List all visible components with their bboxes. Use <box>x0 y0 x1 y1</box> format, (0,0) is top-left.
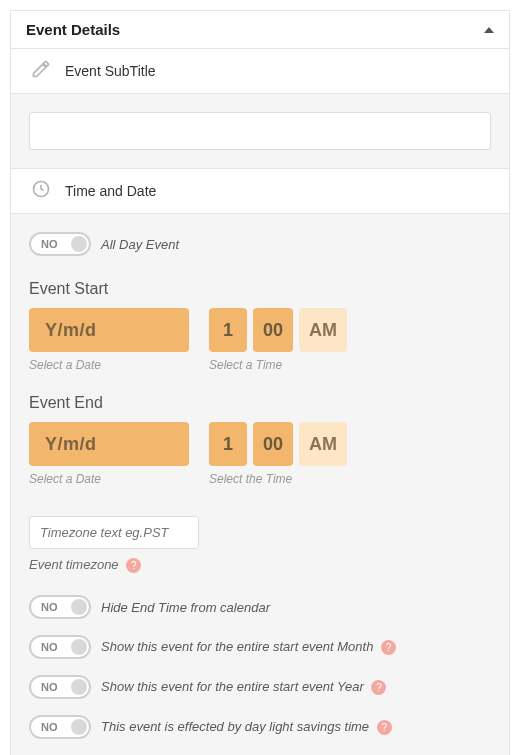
start-hour-select[interactable]: 1 <box>209 308 247 352</box>
hide-end-toggle[interactable]: NO <box>29 595 91 619</box>
timedate-section-header: Time and Date <box>11 169 509 214</box>
subtitle-input[interactable] <box>29 112 491 150</box>
dst-toggle[interactable]: NO <box>29 715 91 739</box>
event-end-group: Event End Y/m/d Select a Date 1 00 AM Se… <box>29 394 491 486</box>
timezone-label: Event timezone ? <box>29 557 491 573</box>
end-minute-select[interactable]: 00 <box>253 422 293 466</box>
timezone-input[interactable] <box>29 516 199 549</box>
subtitle-section-header: Event SubTitle <box>11 49 509 94</box>
help-icon[interactable]: ? <box>371 680 386 695</box>
show-month-toggle[interactable]: NO <box>29 635 91 659</box>
toggle-knob-icon <box>71 639 87 655</box>
show-year-row: NO Show this event for the entire start … <box>29 675 491 699</box>
event-start-group: Event Start Y/m/d Select a Date 1 00 AM … <box>29 280 491 372</box>
event-details-panel: Event Details Event SubTitle Time and Da… <box>10 10 510 755</box>
event-start-title: Event Start <box>29 280 491 298</box>
hide-end-label: Hide End Time from calendar <box>101 600 270 615</box>
event-end-title: Event End <box>29 394 491 412</box>
help-icon[interactable]: ? <box>126 558 141 573</box>
help-icon[interactable]: ? <box>377 720 392 735</box>
show-month-label: Show this event for the entire start eve… <box>101 639 396 655</box>
start-minute-select[interactable]: 00 <box>253 308 293 352</box>
start-date-hint: Select a Date <box>29 358 189 372</box>
toggle-knob-icon <box>71 719 87 735</box>
toggle-state-text: NO <box>41 721 58 733</box>
all-day-label: All Day Event <box>101 237 179 252</box>
start-ampm-select[interactable]: AM <box>299 308 347 352</box>
timedate-label: Time and Date <box>65 183 156 199</box>
end-date-picker[interactable]: Y/m/d <box>29 422 189 466</box>
end-ampm-select[interactable]: AM <box>299 422 347 466</box>
dst-row: NO This event is effected by day light s… <box>29 715 491 739</box>
panel-title: Event Details <box>26 21 120 38</box>
help-icon[interactable]: ? <box>381 640 396 655</box>
timezone-label-text: Event timezone <box>29 557 119 572</box>
collapse-icon[interactable] <box>484 27 494 33</box>
show-month-label-text: Show this event for the entire start eve… <box>101 639 373 654</box>
toggle-knob-icon <box>71 236 87 252</box>
clock-icon <box>31 179 51 203</box>
start-time-hint: Select a Time <box>209 358 347 372</box>
start-date-picker[interactable]: Y/m/d <box>29 308 189 352</box>
panel-header: Event Details <box>11 11 509 49</box>
dst-label: This event is effected by day light savi… <box>101 719 392 735</box>
hide-end-row: NO Hide End Time from calendar <box>29 595 491 619</box>
end-hour-select[interactable]: 1 <box>209 422 247 466</box>
all-day-toggle[interactable]: NO <box>29 232 91 256</box>
end-time-hint: Select the Time <box>209 472 347 486</box>
toggle-state-text: NO <box>41 601 58 613</box>
show-year-label-text: Show this event for the entire start eve… <box>101 679 364 694</box>
all-day-row: NO All Day Event <box>29 232 491 256</box>
timedate-body: NO All Day Event Event Start Y/m/d Selec… <box>11 214 509 755</box>
subtitle-body <box>11 94 509 169</box>
toggle-state-text: NO <box>41 641 58 653</box>
toggle-state-text: NO <box>41 238 58 250</box>
toggle-knob-icon <box>71 679 87 695</box>
show-month-row: NO Show this event for the entire start … <box>29 635 491 659</box>
dst-label-text: This event is effected by day light savi… <box>101 719 369 734</box>
end-date-hint: Select a Date <box>29 472 189 486</box>
show-year-label: Show this event for the entire start eve… <box>101 679 386 695</box>
toggle-knob-icon <box>71 599 87 615</box>
subtitle-label: Event SubTitle <box>65 63 156 79</box>
pencil-icon <box>31 59 51 83</box>
toggle-state-text: NO <box>41 681 58 693</box>
show-year-toggle[interactable]: NO <box>29 675 91 699</box>
